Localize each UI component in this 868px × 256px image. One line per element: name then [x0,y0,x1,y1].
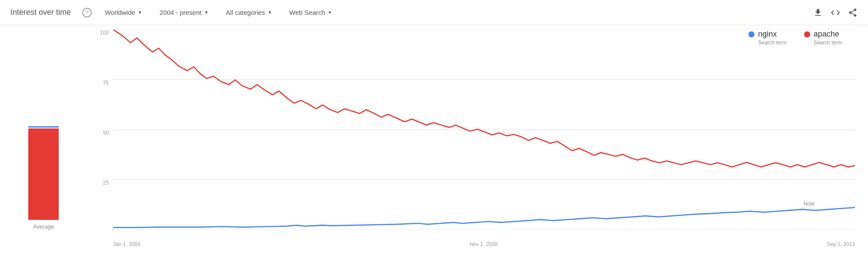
location-dropdown[interactable]: Worldwide ▼ [100,6,147,19]
location-label: Worldwide [105,9,135,16]
note-label: Note [802,200,816,207]
y-label-50: 50 [103,130,109,136]
search-type-label: Web Search [289,9,325,16]
categories-dropdown[interactable]: All categories ▼ [221,6,276,19]
apache-line [113,30,855,167]
y-axis: 100 75 50 25 [91,30,113,230]
x-label-2004: Jan 1, 2004 [113,241,140,247]
categories-label: All categories [226,9,265,16]
x-label-2008: Nov 1, 2008 [470,241,498,247]
avg-bar-nginx [28,126,59,128]
categories-arrow: ▼ [267,10,272,15]
y-label-100: 100 [100,30,109,36]
help-icon[interactable]: ? [82,8,92,17]
download-button[interactable] [813,8,823,17]
y-label-75: 75 [103,80,109,86]
time-range-arrow: ▼ [204,10,208,15]
main-chart: 100 75 50 25 Note [87,25,868,247]
x-label-2013: Sep 1, 2013 [827,241,855,247]
y-label-25: 25 [103,180,109,186]
x-axis: Jan 1, 2004 Nov 1, 2008 Sep 1, 2013 [113,234,855,247]
header: Interest over time ? Worldwide ▼ 2004 - … [0,0,868,25]
chart-area: nginx Search term apache Search term Ave… [0,25,868,247]
embed-button[interactable] [831,8,840,17]
average-section: Average [0,25,87,247]
time-range-dropdown[interactable]: 2004 - present ▼ [155,6,213,19]
search-type-dropdown[interactable]: Web Search ▼ [285,6,336,19]
location-arrow: ▼ [138,10,142,15]
avg-bar-container [26,50,61,220]
chart-canvas: Note [113,30,855,230]
avg-bar-apache [28,128,59,220]
chart-title: Interest over time [10,8,71,17]
time-range-label: 2004 - present [160,9,202,16]
avg-label: Average [33,223,54,230]
nginx-line [113,208,855,228]
header-icons [813,8,858,17]
share-button[interactable] [848,8,858,17]
search-type-arrow: ▼ [328,10,332,15]
